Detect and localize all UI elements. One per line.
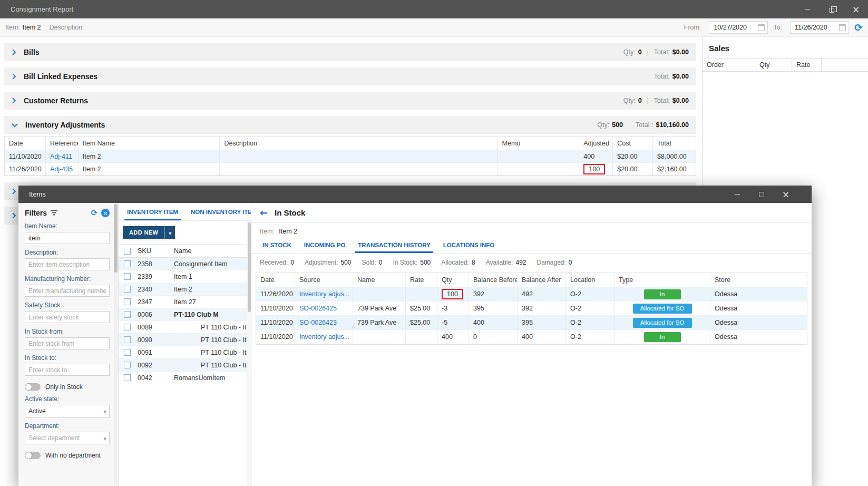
section-inventory-adjustments[interactable]: Inventory Adjustments Qty: 500 Total : $… bbox=[4, 116, 696, 134]
calendar-icon[interactable] bbox=[839, 24, 846, 31]
items-tabs: INVENTORY ITEM NON INVENTORY ITEM bbox=[119, 203, 251, 221]
close-button[interactable] bbox=[844, 0, 868, 18]
safety-stock-input[interactable] bbox=[25, 311, 110, 323]
row-checkbox[interactable] bbox=[124, 374, 131, 381]
row-checkbox[interactable] bbox=[124, 311, 131, 318]
list-item[interactable]: 0042 RomansUomItem bbox=[119, 372, 251, 384]
close-filters-icon[interactable] bbox=[101, 209, 110, 217]
source-link[interactable]: Inventory adjus... bbox=[299, 290, 349, 298]
list-item[interactable]: 2358 Consignment Item bbox=[119, 258, 251, 270]
list-item[interactable]: 2339 Item 1 bbox=[119, 270, 251, 283]
cell-description bbox=[220, 150, 498, 162]
from-date-input[interactable]: 10/27/2020 bbox=[709, 21, 768, 34]
section-bill-linked-expenses[interactable]: Bill Linked Expenses Total: $0.00 bbox=[4, 67, 696, 85]
section-title: Bills bbox=[24, 48, 40, 56]
source-link[interactable]: SO-0026425 bbox=[299, 305, 337, 312]
items-window-title: Items bbox=[18, 190, 46, 198]
chevron-down-icon bbox=[103, 408, 106, 415]
items-table-header: SKU Name bbox=[119, 244, 251, 258]
list-item[interactable]: 0089 PT 110 Club - Item1- bbox=[119, 321, 251, 334]
scrollbar-thumb[interactable] bbox=[114, 204, 118, 273]
section-bills[interactable]: Bills Qty: 0 Total: $0.00 bbox=[4, 43, 696, 61]
list-item[interactable]: 2340 Item 2 bbox=[119, 283, 251, 296]
cell-name: PT 110 Club - Item1- bbox=[170, 349, 251, 356]
item-name-input[interactable] bbox=[25, 232, 110, 244]
close-button[interactable] bbox=[774, 186, 798, 203]
section-customer-returns[interactable]: Customer Returns Qty: 0 Total: $0.00 bbox=[4, 92, 696, 110]
tab-in-stock[interactable]: IN STOCK bbox=[260, 237, 294, 253]
minimize-icon bbox=[805, 9, 810, 9]
row-checkbox[interactable] bbox=[124, 362, 131, 368]
sales-table-header: Order Qty Rate bbox=[703, 58, 868, 72]
summary-in-stock: In Stock:500 bbox=[393, 259, 431, 266]
restore-button[interactable] bbox=[820, 0, 844, 18]
row-checkbox[interactable] bbox=[124, 260, 131, 267]
list-item[interactable]: 0090 PT 110 Club - Item1- bbox=[119, 334, 251, 346]
department-select[interactable]: Select department bbox=[25, 432, 110, 444]
back-arrow-icon[interactable] bbox=[260, 207, 268, 218]
maximize-button[interactable] bbox=[749, 186, 774, 203]
in-stock-to-label: In Stock to: bbox=[25, 354, 110, 362]
cell-balance-after: 392 bbox=[518, 302, 566, 315]
summary-received: Received:0 bbox=[260, 259, 294, 266]
add-new-row: ADD NEW bbox=[119, 221, 251, 244]
in-stock-from-input[interactable] bbox=[25, 337, 110, 349]
reference-link[interactable]: Adj-411 bbox=[50, 153, 72, 160]
row-checkbox[interactable] bbox=[124, 336, 131, 343]
minimize-button[interactable] bbox=[795, 0, 820, 18]
table-header-row: Date Source Name Rate Qty Balance Before… bbox=[256, 273, 807, 287]
list-item[interactable]: 0092 PT 110 Club - Item1- bbox=[119, 359, 251, 372]
description-input[interactable] bbox=[25, 258, 110, 270]
manufacturing-number-input[interactable] bbox=[25, 285, 110, 297]
to-date-input[interactable]: 11/26/2020 bbox=[790, 21, 849, 34]
type-badge-allocated: Allocated for SO bbox=[633, 304, 692, 314]
tab-locations-info[interactable]: LOCATIONS INFO bbox=[441, 237, 498, 253]
source-link[interactable]: Inventory adjus... bbox=[299, 333, 349, 341]
items-list-scrollbar[interactable] bbox=[247, 221, 251, 486]
list-item[interactable]: 0006 PT-110 Club M bbox=[119, 308, 251, 321]
reference-link[interactable]: Adj-435 bbox=[50, 166, 73, 173]
select-all-checkbox[interactable] bbox=[124, 248, 131, 255]
cell-store: Odessa bbox=[710, 330, 807, 344]
row-checkbox[interactable] bbox=[124, 349, 131, 356]
cell-sku: 0006 bbox=[135, 308, 170, 320]
filters-scrollbar[interactable] bbox=[114, 204, 118, 485]
no-department-toggle[interactable] bbox=[25, 452, 41, 459]
qty-value: 500 bbox=[612, 121, 623, 129]
stock-summary: Received:0 Adjustment:500 Sold:0 In Stoc… bbox=[251, 254, 812, 271]
maximize-icon bbox=[759, 192, 764, 197]
cell-qty: -3 bbox=[437, 302, 469, 315]
tab-inventory-item[interactable]: INVENTORY ITEM bbox=[124, 203, 181, 220]
in-stock-to-input[interactable] bbox=[25, 364, 110, 376]
qty-value: 0 bbox=[638, 48, 642, 56]
row-checkbox[interactable] bbox=[124, 324, 131, 331]
chevron-down-icon bbox=[103, 435, 106, 442]
row-checkbox[interactable] bbox=[124, 286, 131, 293]
to-date-value: 11/26/2020 bbox=[795, 24, 827, 31]
scrollbar-thumb[interactable] bbox=[248, 222, 251, 312]
add-new-button[interactable]: ADD NEW bbox=[123, 226, 164, 239]
list-item[interactable]: 2347 Item 27 bbox=[119, 296, 251, 308]
section-title: Inventory Adjustments bbox=[25, 121, 105, 129]
cell-rate: $25.00 bbox=[406, 302, 437, 315]
item-value: Item 2 bbox=[23, 24, 41, 31]
row-checkbox[interactable] bbox=[124, 273, 131, 280]
column-header-name: Name bbox=[170, 247, 251, 255]
list-item[interactable]: 0091 PT 110 Club - Item1- bbox=[119, 346, 251, 359]
main-titlebar: Consignment Report bbox=[0, 0, 868, 18]
calendar-icon[interactable] bbox=[758, 24, 765, 31]
add-new-dropdown-button[interactable] bbox=[164, 226, 175, 239]
cell-memo bbox=[498, 150, 580, 162]
tab-transaction-history[interactable]: TRANSACTION HISTORY bbox=[355, 237, 433, 253]
refresh-report-icon[interactable] bbox=[854, 22, 863, 33]
minimize-button[interactable] bbox=[725, 186, 749, 203]
row-checkbox[interactable] bbox=[124, 298, 131, 305]
filter-funnel-icon bbox=[51, 209, 57, 217]
tab-incoming-po[interactable]: INCOMING PO bbox=[301, 237, 348, 253]
refresh-filters-icon[interactable] bbox=[91, 208, 97, 218]
source-link[interactable]: SO-0026423 bbox=[299, 319, 337, 326]
only-in-stock-toggle[interactable] bbox=[25, 383, 41, 391]
active-state-select[interactable]: Active bbox=[25, 405, 110, 417]
cell-date: 11/26/2020 bbox=[5, 163, 46, 175]
tab-non-inventory-item[interactable]: NON INVENTORY ITEM bbox=[188, 203, 251, 220]
